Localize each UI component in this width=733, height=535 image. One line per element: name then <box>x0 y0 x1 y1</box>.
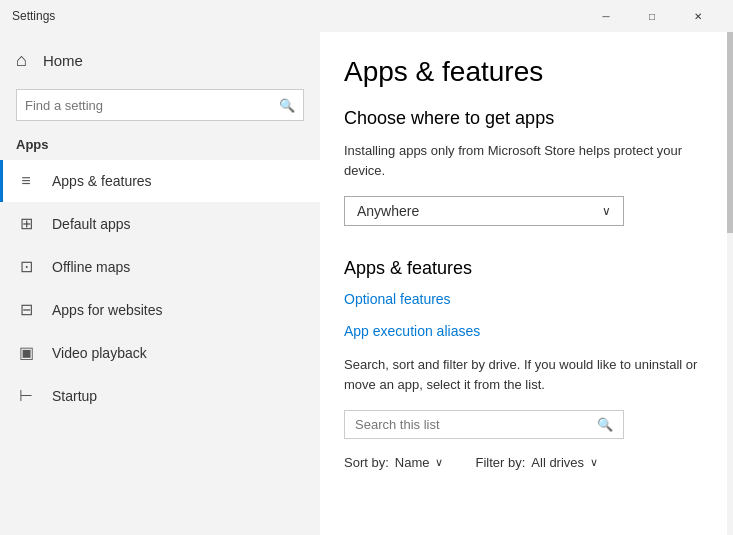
search-list-box[interactable]: 🔍 <box>344 410 624 439</box>
sidebar-item-label: Apps for websites <box>52 302 163 318</box>
titlebar-controls: ─ □ ✕ <box>583 0 721 32</box>
sidebar-item-apps-features[interactable]: ≡ Apps & features <box>0 160 320 202</box>
optional-features-link[interactable]: Optional features <box>344 291 701 307</box>
sidebar-search-box[interactable]: 🔍 <box>16 89 304 121</box>
sort-by-control[interactable]: Sort by: Name ∨ <box>344 455 443 470</box>
sidebar-search-input[interactable] <box>25 98 279 113</box>
sort-chevron-icon: ∨ <box>435 456 443 469</box>
sidebar-item-label: Video playback <box>52 345 147 361</box>
sidebar-item-video-playback[interactable]: ▣ Video playback <box>0 331 320 374</box>
search-list-input[interactable] <box>355 417 597 432</box>
close-button[interactable]: ✕ <box>675 0 721 32</box>
apps-websites-icon: ⊟ <box>16 300 36 319</box>
info-text: Search, sort and filter by drive. If you… <box>344 355 701 394</box>
sidebar-item-default-apps[interactable]: ⊞ Default apps <box>0 202 320 245</box>
sidebar-item-label: Offline maps <box>52 259 130 275</box>
section1-title: Choose where to get apps <box>344 108 701 129</box>
sidebar-home-label: Home <box>43 52 83 69</box>
filter-label: Filter by: <box>475 455 525 470</box>
minimize-button[interactable]: ─ <box>583 0 629 32</box>
sidebar-item-home[interactable]: ⌂ Home <box>0 40 320 81</box>
section2-title: Apps & features <box>344 258 701 279</box>
filter-value: All drives <box>531 455 584 470</box>
sidebar-item-apps-websites[interactable]: ⊟ Apps for websites <box>0 288 320 331</box>
search-list-icon: 🔍 <box>597 417 613 432</box>
sidebar-item-offline-maps[interactable]: ⊡ Offline maps <box>0 245 320 288</box>
sidebar-item-label: Apps & features <box>52 173 152 189</box>
sort-filter-row: Sort by: Name ∨ Filter by: All drives ∨ <box>344 455 701 470</box>
dropdown-value: Anywhere <box>357 203 419 219</box>
titlebar: Settings ─ □ ✕ <box>0 0 733 32</box>
page-title: Apps & features <box>344 56 701 88</box>
anywhere-dropdown[interactable]: Anywhere ∨ <box>344 196 624 226</box>
default-apps-icon: ⊞ <box>16 214 36 233</box>
startup-icon: ⊢ <box>16 386 36 405</box>
sidebar-item-label: Default apps <box>52 216 131 232</box>
content-area: Apps & features Choose where to get apps… <box>320 32 733 535</box>
filter-by-control[interactable]: Filter by: All drives ∨ <box>475 455 598 470</box>
sidebar-search-icon: 🔍 <box>279 98 295 113</box>
sort-value: Name <box>395 455 430 470</box>
app-container: ⌂ Home 🔍 Apps ≡ Apps & features ⊞ Defaul… <box>0 32 733 535</box>
sidebar-section-label: Apps <box>0 133 320 160</box>
sidebar-item-startup[interactable]: ⊢ Startup <box>0 374 320 417</box>
filter-chevron-icon: ∨ <box>590 456 598 469</box>
home-icon: ⌂ <box>16 50 27 71</box>
sidebar-item-label: Startup <box>52 388 97 404</box>
video-playback-icon: ▣ <box>16 343 36 362</box>
scrollbar-track[interactable] <box>727 32 733 535</box>
maximize-button[interactable]: □ <box>629 0 675 32</box>
sidebar: ⌂ Home 🔍 Apps ≡ Apps & features ⊞ Defaul… <box>0 32 320 535</box>
apps-features-icon: ≡ <box>16 172 36 190</box>
titlebar-title: Settings <box>12 9 583 23</box>
app-execution-aliases-link[interactable]: App execution aliases <box>344 323 701 339</box>
chevron-down-icon: ∨ <box>602 204 611 218</box>
section1-description: Installing apps only from Microsoft Stor… <box>344 141 701 180</box>
scrollbar-thumb[interactable] <box>727 32 733 233</box>
offline-maps-icon: ⊡ <box>16 257 36 276</box>
sort-label: Sort by: <box>344 455 389 470</box>
